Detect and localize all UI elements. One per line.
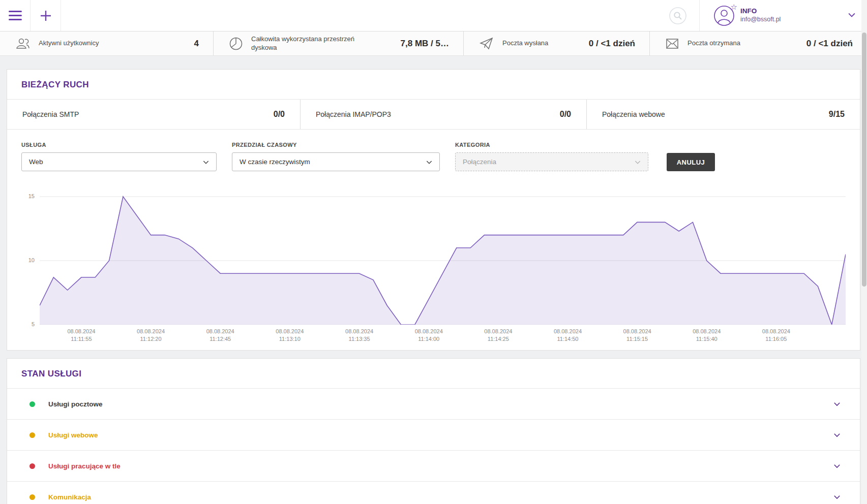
connections-strip: Połączenia SMTP 0/0 Połączenia IMAP/POP3… bbox=[7, 100, 860, 130]
web-connections: Połączenia webowe 9/15 bbox=[587, 100, 860, 129]
service-row-web[interactable]: Usługi webowe bbox=[7, 420, 860, 451]
imap-pop3-connections: Połączenia IMAP/POP3 0/0 bbox=[301, 100, 587, 129]
paper-plane-icon bbox=[479, 37, 494, 51]
status-dot bbox=[29, 401, 35, 407]
range-select-value: W czasie rzeczywistym bbox=[240, 158, 425, 166]
chevron-down-icon[interactable] bbox=[832, 399, 842, 408]
connection-label: Połączenia webowe bbox=[602, 110, 665, 118]
stat-value: 4 bbox=[194, 39, 199, 49]
chevron-down-icon bbox=[425, 158, 433, 166]
stat-label: Poczta otrzymana bbox=[687, 39, 740, 47]
x-axis-tick-label: 08.08.202411:14:00 bbox=[415, 328, 443, 343]
x-axis-tick-label: 08.08.202411:14:50 bbox=[554, 328, 582, 343]
y-axis-tick-label: 15 bbox=[28, 193, 35, 199]
users-icon bbox=[15, 37, 31, 50]
x-axis-tick-label: 08.08.202411:12:45 bbox=[206, 328, 234, 343]
category-select-label: KATEGORIA bbox=[455, 142, 648, 148]
stat-value: 0 / <1 dzień bbox=[806, 39, 853, 49]
connection-value: 9/15 bbox=[829, 110, 845, 119]
x-axis-tick-label: 08.08.202411:14:25 bbox=[484, 328, 512, 343]
traffic-chart-plot bbox=[40, 192, 846, 325]
traffic-chart-plot-area bbox=[40, 192, 846, 325]
x-axis-tick-label: 08.08.202411:12:20 bbox=[137, 328, 165, 343]
current-traffic-header: BIEŻĄCY RUCH bbox=[7, 70, 860, 100]
stat-label: Całkowita wykorzystana przestrzeń dyskow… bbox=[251, 35, 371, 52]
traffic-chart-y-axis: 15105 bbox=[21, 192, 40, 325]
cancel-button[interactable]: ANULUJ bbox=[667, 153, 715, 171]
stat-disk-usage: Całkowita wykorzystana przestrzeń dyskow… bbox=[214, 32, 464, 55]
topbar: ☆ INFO info@bssoft.pl bbox=[0, 0, 867, 32]
chevron-down-icon[interactable] bbox=[847, 10, 857, 20]
service-status-card: STAN USŁUGI Usługi pocztowe Usługi webow… bbox=[7, 358, 860, 504]
filters-row: USŁUGA Web PRZEDZIAŁ CZASOWY W czasie rz… bbox=[7, 130, 860, 174]
stat-label: Poczta wysłana bbox=[502, 39, 548, 47]
service-row-label: Usługi webowe bbox=[48, 431, 98, 439]
stat-mail-sent: Poczta wysłana 0 / <1 dzień bbox=[464, 32, 650, 55]
service-select-label: USŁUGA bbox=[21, 142, 217, 148]
current-traffic-card: BIEŻĄCY RUCH Połączenia SMTP 0/0 Połącze… bbox=[7, 69, 860, 351]
stat-label: Aktywni użytkownicy bbox=[39, 39, 99, 47]
chevron-down-icon bbox=[202, 158, 210, 166]
x-axis-tick-label: 08.08.202411:13:35 bbox=[345, 328, 373, 343]
add-button[interactable] bbox=[31, 0, 61, 31]
connection-value: 0/0 bbox=[274, 110, 285, 119]
service-row-label: Usługi pocztowe bbox=[48, 400, 103, 408]
range-select-label: PRZEDZIAŁ CZASOWY bbox=[232, 142, 440, 148]
chevron-down-icon bbox=[634, 158, 642, 166]
plus-icon bbox=[39, 9, 53, 23]
stats-bar: Aktywni użytkownicy 4 Całkowita wykorzys… bbox=[0, 32, 867, 56]
section-title: BIEŻĄCY RUCH bbox=[21, 80, 89, 89]
user-name: INFO bbox=[740, 7, 781, 16]
connection-label: Połączenia SMTP bbox=[22, 110, 79, 118]
traffic-chart: 15105 08.08.202411:11:5508.08.202411:12:… bbox=[21, 192, 846, 350]
stat-active-users: Aktywni użytkownicy 4 bbox=[0, 32, 214, 55]
y-axis-tick-label: 10 bbox=[28, 257, 35, 263]
chevron-down-icon[interactable] bbox=[832, 492, 842, 501]
user-email: info@bssoft.pl bbox=[740, 16, 781, 24]
time-range-select[interactable]: W czasie rzeczywistym bbox=[232, 152, 440, 171]
service-status-header: STAN USŁUGI bbox=[7, 359, 860, 389]
service-select-value: Web bbox=[29, 158, 202, 166]
status-dot bbox=[29, 432, 35, 438]
connection-label: Połączenia IMAP/POP3 bbox=[316, 110, 391, 118]
envelope-icon bbox=[665, 37, 679, 50]
x-axis-tick-label: 08.08.202411:15:40 bbox=[693, 328, 721, 343]
x-axis-tick-label: 08.08.202411:11:55 bbox=[67, 328, 95, 343]
x-axis-tick-label: 08.08.202411:16:05 bbox=[762, 328, 790, 343]
status-dot bbox=[29, 463, 35, 469]
service-row-background[interactable]: Usługi pracujące w tle bbox=[7, 451, 860, 482]
chevron-down-icon[interactable] bbox=[832, 430, 842, 439]
service-row-label: Komunikacja bbox=[48, 493, 91, 501]
category-select: Połączenia bbox=[455, 152, 648, 171]
service-row-communication[interactable]: Komunikacja bbox=[7, 482, 860, 504]
y-axis-tick-label: 5 bbox=[32, 321, 35, 327]
stat-mail-received: Poczta otrzymana 0 / <1 dzień bbox=[650, 32, 867, 55]
smtp-connections: Połączenia SMTP 0/0 bbox=[7, 100, 301, 129]
status-dot bbox=[29, 494, 35, 500]
user-menu[interactable]: ☆ INFO info@bssoft.pl bbox=[699, 0, 867, 31]
stat-value: 7,8 MB / 5… bbox=[401, 39, 449, 49]
avatar: ☆ bbox=[713, 5, 735, 27]
category-select-value: Połączenia bbox=[463, 158, 634, 166]
hamburger-icon bbox=[9, 11, 22, 20]
x-axis-tick-label: 08.08.202411:13:10 bbox=[276, 328, 304, 343]
chevron-down-icon[interactable] bbox=[832, 461, 842, 470]
menu-button[interactable] bbox=[0, 0, 31, 31]
service-select[interactable]: Web bbox=[21, 152, 217, 171]
traffic-chart-x-axis: 08.08.202411:11:5508.08.202411:12:2008.0… bbox=[40, 328, 846, 348]
connection-value: 0/0 bbox=[560, 110, 571, 119]
x-axis-tick-label: 08.08.202411:15:15 bbox=[623, 328, 651, 343]
search-icon[interactable] bbox=[669, 7, 687, 25]
star-badge-icon: ☆ bbox=[731, 3, 737, 11]
stat-value: 0 / <1 dzień bbox=[589, 39, 635, 49]
scrollbar-thumb[interactable] bbox=[862, 33, 866, 287]
service-row-mail[interactable]: Usługi pocztowe bbox=[7, 389, 860, 420]
service-row-label: Usługi pracujące w tle bbox=[48, 462, 121, 470]
scrollbar bbox=[861, 0, 867, 504]
disk-usage-icon bbox=[229, 37, 243, 51]
section-title: STAN USŁUGI bbox=[21, 369, 81, 379]
